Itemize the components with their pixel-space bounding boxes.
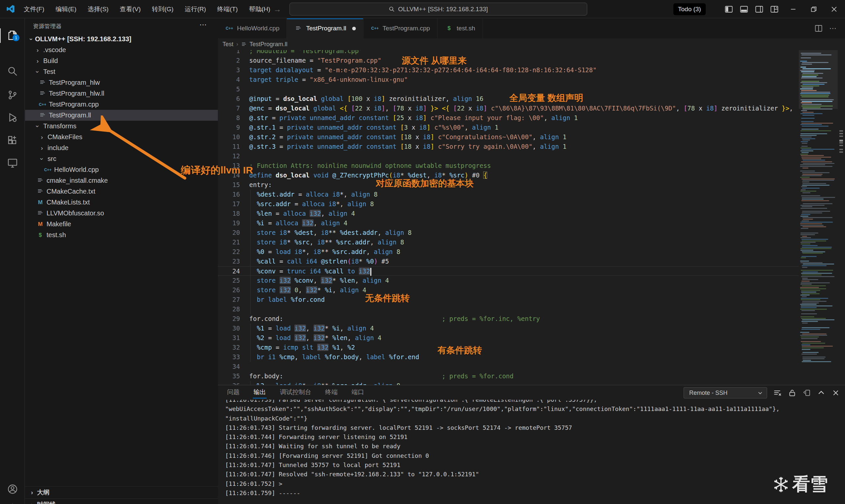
code-line-14[interactable]: 14define dso_local void @_Z7encryptPhPc(… [218, 170, 799, 180]
settings-gear-icon[interactable] [0, 499, 25, 504]
code-line-20[interactable]: 20 store i8* %dest, i8** %dest.addr, ali… [218, 228, 799, 237]
run-debug-icon[interactable] [0, 108, 25, 127]
close-panel-icon[interactable] [832, 389, 840, 397]
code-line-10[interactable]: 10@.str.2 = private unnamed_addr constan… [218, 132, 799, 142]
tab-testprogram-ll[interactable]: TestProgram.ll [287, 18, 363, 38]
code-line-28[interactable]: 28 [218, 304, 799, 314]
nav-back-icon[interactable]: ← [257, 5, 265, 14]
code-line-13[interactable]: 13; Function Attrs: noinline nounwind op… [218, 161, 799, 170]
customize-layout-icon[interactable] [770, 5, 778, 13]
tree-item-llvmobfuscator-so[interactable]: LLVMObfuscator.so [25, 208, 218, 219]
tree-item-include[interactable]: ›include [25, 143, 218, 154]
panel-tab-调试控制台[interactable]: 调试控制台 [275, 385, 316, 399]
menu-item[interactable]: 编辑(E) [50, 3, 82, 15]
code-line-18[interactable]: 18 %len = alloca i32, align 4 [218, 209, 799, 218]
code-line-33[interactable]: 33 br i1 %cmp, label %for.body, label %f… [218, 352, 799, 362]
output-log[interactable]: [11:26:01.739] Parsed server configurati… [218, 400, 839, 504]
tree-item-transforms[interactable]: ›Transforms [25, 121, 218, 132]
clear-output-icon[interactable] [774, 389, 781, 397]
code-line-26[interactable]: 26 store i32 0, i32* %i, align 4 [218, 285, 799, 295]
restore-button[interactable] [804, 0, 824, 18]
editor-more-actions-icon[interactable]: ⋯ [829, 24, 837, 33]
code-line-21[interactable]: 21 store i8* %src, i8** %src.addr, align… [218, 237, 799, 247]
code-line-25[interactable]: 25 store i32 %conv, i32* %len, align 4 [218, 276, 799, 285]
code-line-32[interactable]: 32 %cmp = icmp slt i32 %1, %2 [218, 343, 799, 352]
code-line-8[interactable]: 8@.str = private unnamed_addr constant [… [218, 113, 799, 123]
menu-item[interactable]: 转到(G) [146, 3, 179, 15]
tree-item-cmakecache-txt[interactable]: CMakeCache.txt [25, 186, 218, 197]
sidebar-section-大纲[interactable]: ›大纲 [25, 486, 218, 498]
code-line-29[interactable]: 29for.cond: ; preds = %for.inc, %entry [218, 314, 799, 324]
panel-tab-端口[interactable]: 端口 [347, 385, 369, 399]
breadcrumb-file[interactable]: TestProgram.ll [249, 41, 287, 48]
toggle-secondary-sidebar-icon[interactable] [755, 5, 763, 13]
code-line-34[interactable]: 34 [218, 362, 799, 372]
tree-item-testprogram-hlw[interactable]: TestProgram_hlw [25, 77, 218, 88]
panel-tab-终端[interactable]: 终端 [320, 385, 342, 399]
extensions-icon[interactable] [0, 131, 25, 150]
overview-ruler[interactable] [838, 50, 845, 385]
tree-item-makefile[interactable]: MMakefile [25, 219, 218, 230]
code-line-7[interactable]: 7@enc = dso_local global <{ [22 x i8], [… [218, 104, 799, 113]
menu-item[interactable]: 终端(T) [212, 3, 243, 15]
minimize-button[interactable] [783, 0, 804, 18]
source-control-icon[interactable] [0, 86, 25, 105]
tree-item-test[interactable]: ›Test [25, 66, 218, 77]
maximize-panel-icon[interactable] [817, 389, 825, 397]
tree-item-test-sh[interactable]: $test.sh [25, 230, 218, 240]
tree-item-cmakelists-txt[interactable]: MCMakeLists.txt [25, 197, 218, 208]
sidebar-more-actions-icon[interactable]: ⋯ [199, 20, 207, 29]
panel-tab-问题[interactable]: 问题 [223, 385, 244, 399]
code-line-6[interactable]: 6@input = dso_local global [100 x i8] ze… [218, 94, 799, 104]
close-window-button[interactable] [824, 0, 844, 18]
code-line-22[interactable]: 22 %0 = load i8*, i8** %src.addr, align … [218, 247, 799, 257]
command-center-search[interactable]: OLLVM++ [SSH: 192.168.2.133] [289, 3, 587, 16]
code-line-15[interactable]: 15entry: [218, 180, 799, 190]
output-channel-select[interactable]: Remote - SSH [684, 387, 767, 398]
tree-item-testprogram-hlw-ll[interactable]: TestProgram_hlw.ll [25, 88, 218, 99]
code-line-3[interactable]: 3target datalayout = "e-m:e-p270:32:32-p… [218, 65, 799, 75]
minimap[interactable] [799, 50, 838, 385]
code-line-19[interactable]: 19 %i = alloca i32, align 4 [218, 218, 799, 228]
sidebar-section-时间线[interactable]: ›时间线 [25, 498, 218, 504]
split-editor-icon[interactable] [815, 24, 823, 32]
remote-explorer-icon[interactable] [0, 154, 25, 173]
tree-item--vscode[interactable]: ›.vscode [25, 44, 218, 55]
code-line-30[interactable]: 30 %1 = load i32, i32* %i, align 4 [218, 324, 799, 333]
code-line-35[interactable]: 35for.body: ; preds = %for.cond [218, 372, 799, 381]
tree-root[interactable]: ›OLLVM++ [SSH: 192.168.2.133] [25, 34, 218, 44]
explorer-icon[interactable]: 1 [0, 26, 25, 45]
lock-icon[interactable] [788, 389, 796, 397]
code-line-31[interactable]: 31 %2 = load i32, i32* %len, align 4 [218, 333, 799, 343]
code-line-27[interactable]: 27 br label %for.cond [218, 295, 799, 304]
panel-tab-输出[interactable]: 输出 [249, 385, 271, 399]
code-line-9[interactable]: 9@.str.1 = private unnamed_addr constant… [218, 123, 799, 132]
open-in-editor-icon[interactable] [803, 389, 811, 397]
tree-item-build[interactable]: ›Build [25, 55, 218, 66]
breadcrumb[interactable]: Test › TestProgram.ll [218, 38, 799, 50]
toggle-panel-icon[interactable] [740, 5, 748, 13]
tab-test-sh[interactable]: $test.sh [438, 18, 483, 38]
code-line-12[interactable]: 12 [218, 151, 799, 161]
menu-item[interactable]: 选择(S) [82, 3, 114, 15]
tree-item-src[interactable]: ›src [25, 154, 218, 164]
code-line-16[interactable]: 16 %dest.addr = alloca i8*, align 8 [218, 190, 799, 199]
menu-item[interactable]: 查看(V) [114, 3, 146, 15]
nav-forward-icon[interactable]: → [273, 5, 281, 14]
code-line-4[interactable]: 4target triple = "x86_64-unknown-linux-g… [218, 75, 799, 85]
search-sidebar-icon[interactable] [0, 62, 25, 81]
code-line-2[interactable]: 2source_filename = "TestProgram.cpp" [218, 56, 799, 65]
tab-testprogram-cpp[interactable]: C++TestProgram.cpp [364, 18, 438, 38]
toggle-sidebar-icon[interactable] [725, 5, 733, 13]
code-line-24[interactable]: 24 %conv = trunc i64 %call to i32 [218, 266, 799, 276]
tab-helloworld-cpp[interactable]: C++HelloWorld.cpp [218, 18, 287, 38]
menu-item[interactable]: 运行(R) [179, 3, 212, 15]
menu-item[interactable]: 文件(F) [18, 3, 50, 15]
code-line-5[interactable]: 5 [218, 85, 799, 94]
code-line-17[interactable]: 17 %src.addr = alloca i8*, align 8 [218, 199, 799, 209]
tree-item-testprogram-ll[interactable]: TestProgram.ll [25, 110, 218, 121]
code-line-23[interactable]: 23 %call = call i64 @strlen(i8* %0) #5 [218, 257, 799, 266]
code-line-1[interactable]: 1; ModuleID = 'TestProgram.cpp' [218, 50, 799, 56]
tree-item-testprogram-cpp[interactable]: C++TestProgram.cpp [25, 99, 218, 110]
code-line-11[interactable]: 11@.str.3 = private unnamed_addr constan… [218, 142, 799, 151]
